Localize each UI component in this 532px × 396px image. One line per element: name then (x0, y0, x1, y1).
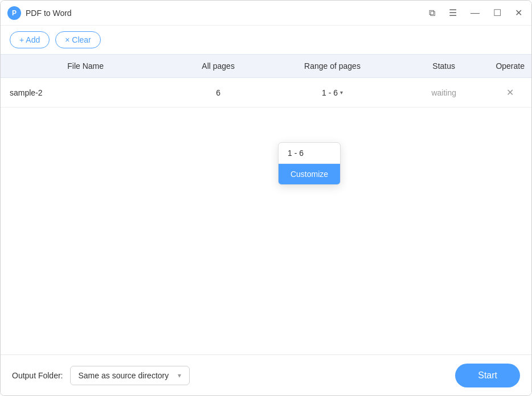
col-file-name: File Name (1, 55, 170, 78)
col-operate: Operate (489, 55, 531, 78)
close-button[interactable]: ✕ (513, 7, 525, 19)
output-folder-select[interactable]: Same as source directory ▾ (70, 366, 190, 385)
range-dropdown-trigger[interactable]: 1 - 6 ▾ (271, 88, 394, 97)
chevron-down-icon: ▾ (340, 89, 343, 96)
app-logo: P (7, 6, 21, 20)
app-logo-letter: P (12, 9, 17, 17)
cell-status: waiting (399, 78, 489, 108)
clear-button[interactable]: × Clear (55, 31, 101, 48)
window-controls: ⧉ ☰ — ☐ ✕ (427, 7, 525, 19)
file-table-container: File Name All pages Range of pages Statu… (1, 54, 531, 354)
col-range: Range of pages (266, 55, 399, 78)
menu-button[interactable]: ☰ (447, 7, 459, 19)
col-status: Status (399, 55, 489, 78)
app-title: PDF to Word (26, 9, 72, 18)
cell-all-pages: 6 (170, 78, 266, 108)
chevron-down-icon: ▾ (178, 372, 181, 380)
external-link-button[interactable]: ⧉ (427, 7, 437, 19)
title-bar: P PDF to Word ⧉ ☰ — ☐ ✕ (1, 1, 531, 26)
output-folder-value: Same as source directory (79, 371, 169, 380)
cell-file-name: sample-2 (1, 78, 170, 108)
dropdown-option-customize[interactable]: Customize (279, 164, 340, 184)
file-table: File Name All pages Range of pages Statu… (1, 54, 531, 108)
footer: Output Folder: Same as source directory … (1, 354, 531, 395)
add-button[interactable]: + Add (10, 31, 50, 48)
maximize-button[interactable]: ☐ (491, 7, 504, 19)
output-folder-label: Output Folder: (12, 371, 63, 380)
cell-range[interactable]: 1 - 6 ▾ (266, 78, 399, 108)
table-row: sample-2 6 1 - 6 ▾ waiting ✕ (1, 78, 531, 108)
cell-operate: ✕ (489, 78, 531, 108)
range-dropdown: 1 - 6 Customize (278, 142, 341, 185)
minimize-button[interactable]: — (468, 7, 482, 19)
delete-button[interactable]: ✕ (503, 86, 517, 99)
footer-left: Output Folder: Same as source directory … (12, 366, 190, 385)
toolbar: + Add × Clear (1, 26, 531, 54)
title-bar-left: P PDF to Word (7, 6, 72, 20)
col-all-pages: All pages (170, 55, 266, 78)
dropdown-option-all[interactable]: 1 - 6 (279, 143, 340, 164)
start-button[interactable]: Start (455, 364, 520, 387)
range-value: 1 - 6 (322, 88, 338, 97)
table-header-row: File Name All pages Range of pages Statu… (1, 55, 531, 78)
